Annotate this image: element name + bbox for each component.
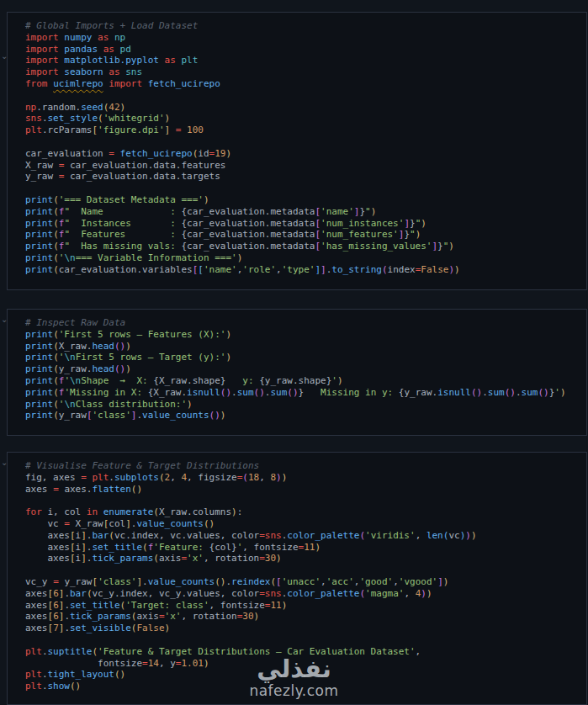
token-text: , [404,588,415,599]
code-line[interactable]: np.random.seed(42) [25,102,583,114]
code-line[interactable] [25,183,583,194]
code-line[interactable]: from ucimlrepo import fetch_ucirepo [25,78,583,90]
chevron-down-icon[interactable]: ⌄ [1,52,7,61]
code-line[interactable]: plt.suptitle('Feature & Target Distribut… [25,646,583,658]
token-string: " [410,229,416,240]
token-text: axes [25,542,70,553]
token-text: car_evaluation.variables [59,264,193,275]
token-text: vc.index, vc.values, color [114,530,259,541]
token-function: tick_params [92,553,153,564]
token-function: print [25,241,53,252]
code-line[interactable]: fig, axes = plt.subplots(2, 4, figsize=(… [25,472,583,484]
code-line[interactable]: import seaborn as sns [25,66,583,78]
code-line[interactable]: fontsize=14, y=1.01) [25,658,583,670]
token-function: len [426,530,443,541]
code-line[interactable]: axes[6].bar(vc_y.index, vc_y.values, col… [25,588,583,600]
code-line[interactable]: print('\nFirst 5 rows — Target (y):') [25,352,583,363]
token-string: " [365,206,371,217]
code-line[interactable]: import matplotlib.pyplot as plt [25,55,583,66]
code-editor[interactable]: # Global Imports + Load Datasetimport nu… [8,13,586,276]
token-number: False [421,264,448,275]
code-line[interactable]: print('=== Dataset Metadata ===') [25,194,583,206]
code-line[interactable]: vc_y = y_raw['class'].value_counts().rei… [25,576,583,588]
code-line[interactable]: plt.show() [25,681,583,692]
token-text: {X_raw. [148,387,187,398]
chevron-down-icon[interactable]: ⌄ [1,459,7,467]
token-bracket: ) [225,148,231,159]
code-line[interactable]: print(f" Name : {car_evaluation.metadata… [25,206,583,218]
token-text: axes [25,623,48,633]
code-line[interactable] [25,136,583,148]
code-line[interactable]: car_evaluation = fetch_ucirepo(id=19) [25,148,583,160]
token-bracket: ) [254,611,260,622]
token-bracket: () [254,387,265,398]
code-line[interactable]: print(X_raw.head()) [25,341,583,352]
token-keyword: plt [92,472,109,483]
code-line[interactable]: axes[i].set_title(f'Feature: {col}', fon… [25,542,583,554]
notebook-cell: # Global Imports + Load Datasetimport nu… [7,12,587,290]
code-line[interactable]: print(y_raw.head()) [25,363,583,375]
code-line[interactable]: print(f" Features : {car_evaluation.meta… [25,229,583,241]
code-line[interactable]: print(f" Has missing vals: {car_evaluati… [25,241,583,252]
code-editor[interactable]: # Inspect Raw Dataprint('First 5 rows — … [8,310,586,421]
token-text: X_raw. [59,341,93,352]
token-text: . [42,681,48,692]
code-line[interactable]: axes[6].tick_params(axis='x', rotation=3… [25,611,583,623]
token-string: 'viridis' [365,530,416,541]
token-function: seaborn [64,66,109,77]
code-line[interactable]: X_raw = car_evaluation.data.features [25,160,583,172]
code-line[interactable]: sns.set_style('whitegrid') [25,113,583,125]
code-line[interactable]: import numpy as np [25,32,583,44]
token-string: " Name : [64,206,181,217]
token-text: index [388,264,416,275]
code-line[interactable] [25,634,583,646]
code-line[interactable]: print(y_raw['class'].value_counts()) [25,410,583,421]
token-function: seed [81,102,103,113]
code-line[interactable]: plt.rcParams['figure.dpi'] = 100 [25,125,583,136]
token-text: y_raw [64,576,92,587]
token-text: . [64,588,70,599]
token-text: X_raw.columns [159,506,231,517]
code-line[interactable]: for i, col in enumerate(X_raw.columns): [25,506,583,518]
token-bracket: ) [165,623,171,633]
code-line[interactable]: # Visualise Feature & Target Distributio… [25,460,583,472]
code-line[interactable]: # Inspect Raw Data [25,317,583,329]
token-bracket: ( [53,399,59,410]
code-line[interactable]: # Global Imports + Load Dataset [25,20,583,32]
token-function: tick_params [70,611,131,622]
code-line[interactable]: y_raw = car_evaluation.data.targets [25,171,583,183]
code-line[interactable]: print(f'Missing in X: {X_raw.isnull().su… [25,387,583,399]
code-line[interactable]: print('\nClass distribution:') [25,399,583,411]
token-function: sum [522,387,538,398]
code-line[interactable] [25,565,583,576]
token-function: bar [92,530,109,541]
code-line[interactable] [25,495,583,506]
code-line[interactable]: plt.tight_layout() [25,669,583,681]
token-bracket: ) [337,375,343,386]
code-line[interactable]: axes[6].set_title('Target: class', fonts… [25,600,583,612]
code-line[interactable] [25,90,583,102]
token-bracket: [ [70,553,76,564]
code-line[interactable]: import pandas as pd [25,44,583,56]
token-function: print [25,329,53,340]
code-line[interactable]: vc = X_raw[col].value_counts() [25,518,583,530]
code-line[interactable]: print('\n=== Variable Information ===') [25,252,583,264]
chevron-down-icon[interactable]: ⌄ [1,315,7,324]
notebook-editor: ⌄ ⌄ ⌄ # Global Imports + Load Datasetimp… [0,0,588,705]
token-keyword: = [142,658,148,669]
code-line[interactable]: print(f'\nShape → X: {X_raw.shape} y: {y… [25,375,583,387]
token-string: " Features : [64,229,181,240]
token-bracket: ] [404,218,410,229]
code-line[interactable]: print(car_evaluation.variables[['name','… [25,264,583,276]
code-line[interactable]: axes[i].bar(vc.index, vc.values, color=s… [25,530,583,542]
code-line[interactable]: print('First 5 rows — Features (X):') [25,329,583,341]
code-line[interactable]: print(f" Instances : {car_evaluation.met… [25,218,583,230]
code-editor[interactable]: # Visualise Feature & Target Distributio… [8,453,586,692]
code-line[interactable]: axes[7].set_visible(False) [25,623,583,634]
code-line[interactable]: axes[i].tick_params(axis='x', rotation=3… [25,553,583,565]
code-line[interactable]: axes = axes.flatten() [25,484,583,496]
token-string: 'x' [187,553,204,564]
token-bracket: () [220,387,231,398]
token-text: axes [25,600,48,611]
token-number: 6 [53,600,59,611]
